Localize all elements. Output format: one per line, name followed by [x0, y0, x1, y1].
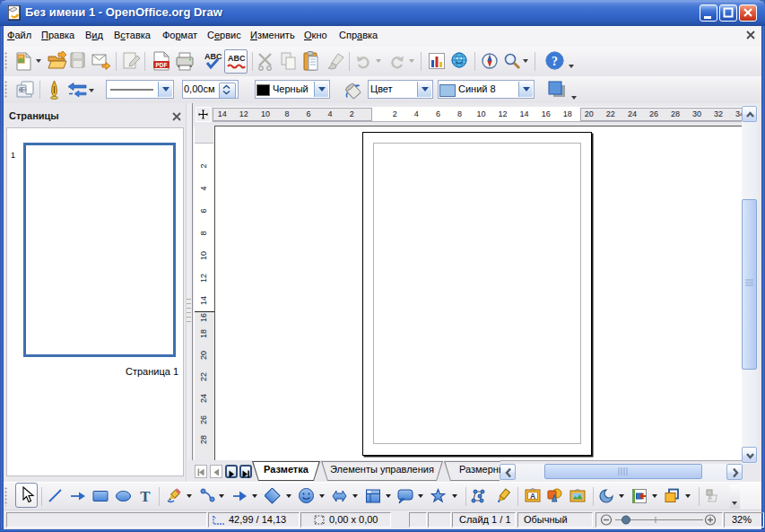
- svg-text:A: A: [530, 492, 535, 501]
- svg-text:ABC: ABC: [228, 54, 246, 63]
- svg-text:PDF: PDF: [156, 62, 168, 68]
- svg-text:ABC: ABC: [204, 52, 222, 61]
- svg-text:T: T: [140, 488, 151, 504]
- svg-text:?: ?: [552, 55, 558, 68]
